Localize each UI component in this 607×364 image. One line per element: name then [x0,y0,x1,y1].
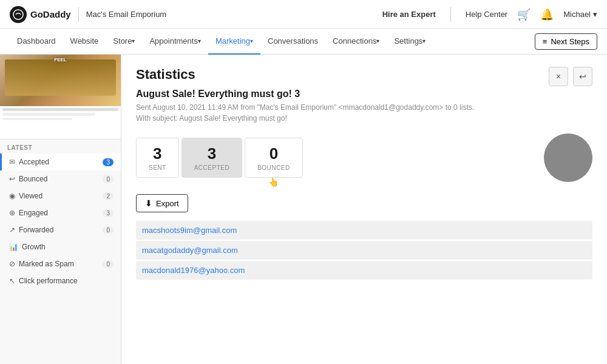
donut-chart [544,133,592,182]
next-steps-icon: ≡ [543,37,548,46]
sidebar-label-bounced: Bounced [19,175,47,183]
email-item-0[interactable]: macshoots9im@gmail.com [136,221,592,240]
stats-next-button[interactable]: ↩ [573,67,592,86]
sidebar: FEEL LATEST ✉ Accepted 3 ↩ Bounced 0 ◉ V… [0,55,121,364]
engaged-icon: ⊕ [9,209,15,217]
nav-store[interactable]: Store [106,29,142,55]
topbar-divider [78,7,79,22]
stat-accepted[interactable]: 3 ACCEPTED [181,138,242,178]
sidebar-label-spam: Marked as Spam [19,260,74,268]
click-performance-icon: ↖ [9,277,15,285]
sidebar-item-accepted[interactable]: ✉ Accepted 3 [0,153,121,170]
bell-icon[interactable]: 🔔 [540,8,554,21]
sidebar-badge-bounced: 0 [103,175,114,183]
logo-icon [10,6,27,23]
stat-accepted-label: ACCEPTED [194,164,229,171]
user-chevron-icon: ▾ [593,10,597,19]
content-area: FEEL LATEST ✉ Accepted 3 ↩ Bounced 0 ◉ V… [0,55,607,364]
export-label: Export [156,199,179,208]
svg-point-0 [13,10,23,19]
logo-text: GoDaddy [30,9,71,19]
nav-settings[interactable]: Settings [387,29,433,55]
sidebar-badge-forwarded: 0 [103,226,114,234]
email-preview: FEEL [0,55,121,140]
nav-dashboard[interactable]: Dashboard [10,29,63,55]
sidebar-item-spam[interactable]: ⊘ Marked as Spam 0 [0,255,121,272]
sidebar-badge-accepted: 3 [103,158,114,166]
logo[interactable]: GoDaddy [10,6,71,23]
sidebar-label-forwarded: Forwarded [19,226,53,234]
topbar-divider2 [450,7,451,22]
sidebar-item-growth[interactable]: 📊 Growth [0,238,121,255]
sidebar-label-engaged: Engaged [19,209,48,217]
stat-bounced[interactable]: 0 BOUNCED 👆 [245,138,303,178]
nav-conversations[interactable]: Conversations [260,29,325,55]
next-steps-label: Next Steps [551,37,589,46]
stat-accepted-num: 3 [194,144,229,163]
stats-nav-buttons: × ↩ [549,67,592,86]
spam-icon: ⊘ [9,260,15,268]
stat-sent-label: SENT [149,164,166,171]
sidebar-label-viewed: Viewed [19,192,42,200]
growth-icon: 📊 [9,243,18,251]
campaign-meta-line1: Sent August 10, 2021 11:49 AM from "Mac'… [136,102,592,113]
sidebar-badge-engaged: 3 [103,209,114,217]
sidebar-label-click-performance: Click performance [19,277,78,285]
navbar: Dashboard Website Store Appointments Mar… [0,29,607,55]
sidebar-item-engaged[interactable]: ⊕ Engaged 3 [0,204,121,221]
export-icon: ⬇ [145,198,152,208]
email-item-1[interactable]: macatgodaddy@gmail.com [136,241,592,260]
sidebar-item-bounced[interactable]: ↩ Bounced 0 [0,170,121,187]
campaign-title: August Sale! Everything must go! 3 [136,89,592,99]
topbar-brand: Mac's Email Emporium [86,10,167,19]
stats-row: 3 SENT 3 ACCEPTED 0 BOUNCED 👆 [136,133,592,182]
user-name: Michael [563,10,591,19]
nav-connections[interactable]: Connections [325,29,387,55]
stat-bounced-num: 0 [257,144,290,163]
stats-prev-button[interactable]: × [549,67,568,86]
nav-website[interactable]: Website [63,29,106,55]
help-center-link[interactable]: Help Center [466,10,507,19]
email-preview-image: FEEL [0,55,121,139]
viewed-icon: ◉ [9,192,15,200]
email-list: macshoots9im@gmail.com macatgodaddy@gmai… [136,221,592,280]
sidebar-item-click-performance[interactable]: ↖ Click performance [0,272,121,289]
sidebar-label-growth: Growth [22,243,46,251]
sidebar-item-viewed[interactable]: ◉ Viewed 2 [0,187,121,204]
stats-header: Statistics × ↩ [136,67,592,86]
stat-sent[interactable]: 3 SENT [136,138,179,178]
nav-marketing[interactable]: Marketing [208,29,260,55]
next-steps-button[interactable]: ≡ Next Steps [535,33,597,50]
email-item-2[interactable]: macdonald1976@yahoo.com [136,261,592,280]
sidebar-badge-viewed: 2 [103,192,114,200]
main-content: Statistics × ↩ August Sale! Everything m… [121,55,607,364]
sidebar-latest-label: LATEST [0,140,121,153]
topbar-links: Hire an Expert Help Center 🛒 🔔 Michael ▾ [382,7,597,22]
forwarded-icon: ↗ [9,226,15,234]
sidebar-badge-spam: 0 [103,260,114,268]
campaign-meta-line2: With subject: August Sale! Everything mu… [136,113,592,124]
export-button[interactable]: ⬇ Export [136,194,188,212]
bounced-icon: ↩ [9,175,15,183]
cart-icon[interactable]: 🛒 [517,8,531,21]
page-title: Statistics [136,67,195,83]
user-menu[interactable]: Michael ▾ [563,10,597,19]
campaign-meta: Sent August 10, 2021 11:49 AM from "Mac'… [136,102,592,124]
stat-bounced-label: BOUNCED [257,164,290,171]
stat-sent-num: 3 [149,144,166,163]
sidebar-item-forwarded[interactable]: ↗ Forwarded 0 [0,221,121,238]
nav-appointments[interactable]: Appointments [142,29,208,55]
cursor-icon: 👆 [268,177,279,187]
accepted-icon: ✉ [9,158,15,166]
topbar: GoDaddy Mac's Email Emporium Hire an Exp… [0,0,607,29]
sidebar-label-accepted: Accepted [19,158,49,166]
hire-expert-link[interactable]: Hire an Expert [382,10,436,19]
